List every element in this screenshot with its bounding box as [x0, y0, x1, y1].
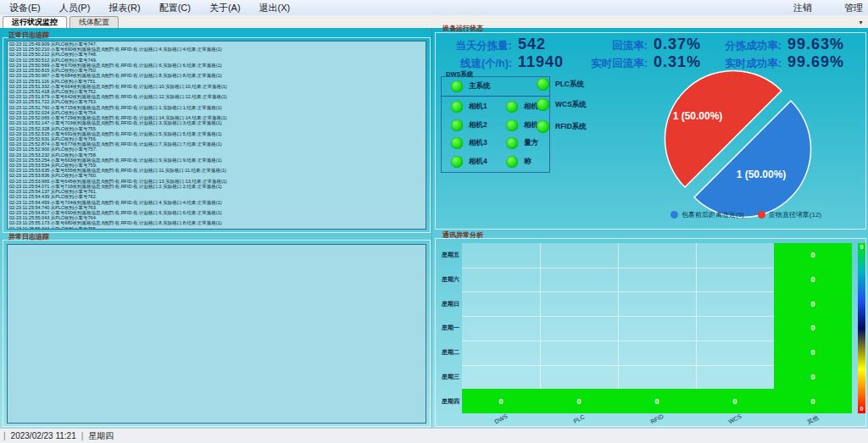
comm-analysis-title: 通讯异常分析	[442, 230, 483, 240]
dws-item-row: 相机3	[451, 137, 487, 149]
status-led	[537, 98, 549, 111]
dws-item-label: 相机3	[469, 138, 487, 148]
pie-legend-item: 货物直径堵塞(12)	[758, 210, 821, 219]
status-bar: | 2023/02/23 11:21 | 星期四	[0, 428, 868, 443]
device-status-title: 设备运行状态	[442, 24, 483, 33]
stat-col-reflow: 回流率:0.37%实时回流率:0.31%	[566, 36, 701, 71]
status-weekday: 星期四	[88, 430, 114, 442]
menu-bar: 设备(E)人员(P)报表(R)配置(C)关于(A)退出(X) 注销管理	[0, 0, 868, 16]
heatmap-cell: 0	[774, 243, 852, 268]
pie-legend-item: 包裹前后距离临近(5)	[670, 210, 744, 219]
heatmap-colorbar	[858, 243, 865, 413]
status-led	[506, 101, 518, 113]
heatmap-cell: 0	[774, 365, 852, 390]
heatmap-row-label: 星期六	[431, 268, 459, 292]
legend-dot-icon	[670, 211, 678, 219]
normal-log-list[interactable]: 02-23 11:25:49.909 从PLC收到小车号747.02-23 11…	[7, 41, 426, 230]
heatmap-col-label: RFID	[649, 413, 665, 425]
stat-value: 11940	[518, 53, 564, 71]
abnormal-log-list[interactable]	[7, 244, 426, 424]
menu-item[interactable]: 配置(C)	[150, 0, 200, 15]
tab-inactive[interactable]: 线体配置	[70, 16, 119, 28]
heatmap-cell: 0	[774, 389, 852, 413]
stat-label: 分拣成功率:	[693, 39, 782, 53]
heatmap-cell: 0	[540, 389, 618, 413]
stat-col-volume: 当天分拣量:542线速(个/h):11940	[439, 36, 564, 71]
tabs: 运行状况监控线体配置	[0, 16, 119, 28]
status-led	[506, 119, 518, 131]
stat-row: 分拣成功率:99.63%	[693, 36, 844, 53]
pie-label-red: 1 (50.00%)	[673, 110, 723, 122]
stat-row: 线速(个/h):11940	[439, 53, 564, 71]
comm-heatmap: 00000000000 0 0 星期五星期六星期日星期一星期二星期三星期四DWS…	[431, 243, 868, 426]
stat-label: 当天分拣量:	[439, 39, 512, 53]
heatmap-cell: 0	[774, 316, 852, 341]
heatmap-row-label: 星期三	[431, 365, 459, 390]
chevron-down-icon[interactable]: ▼	[858, 19, 868, 28]
dws-item-label: 称	[524, 157, 531, 167]
dws-item-row: 相机1	[451, 101, 487, 113]
stat-row: 实时成功率:99.69%	[693, 53, 844, 71]
heatmap-col-label: DWS	[493, 413, 509, 425]
system-row: PLC系统	[537, 78, 584, 91]
dws-item-row: 相机4	[451, 156, 487, 168]
stat-value: 99.63%	[787, 36, 844, 53]
stat-row: 回流率:0.37%	[566, 36, 701, 53]
heatmap-row-label: 星期五	[431, 243, 459, 268]
dws-item-label: 量方	[524, 138, 538, 148]
system-row: RFID系统	[537, 120, 587, 133]
heatmap-gridline	[618, 243, 619, 413]
dws-item-label: 相机2	[469, 120, 487, 130]
heatmap-cell: 0	[462, 389, 540, 413]
heatmap-row-label: 星期一	[431, 316, 459, 341]
status-led	[451, 119, 463, 131]
system-row: WCS系统	[537, 98, 587, 111]
menu-item[interactable]: 设备(E)	[0, 0, 50, 15]
pie-legend: 包裹前后距离临近(5)货物直径堵塞(12)	[644, 210, 848, 219]
heatmap-col-label: 其他	[805, 413, 820, 426]
heatmap-plot: 00000000000	[462, 243, 852, 413]
heatmap-col-label: PLC	[572, 413, 585, 424]
dws-main-label: 主系统	[469, 81, 491, 91]
stat-label: 回流率:	[566, 39, 648, 53]
pie-svg	[627, 69, 856, 218]
status-led	[537, 120, 549, 133]
pie-label-blue: 1 (50.00%)	[737, 169, 787, 180]
heatmap-row-label: 星期四	[431, 389, 459, 413]
menu-item[interactable]: 报表(R)	[99, 0, 149, 15]
abnormal-log-title: 异常日志追踪	[8, 232, 49, 241]
heatmap-cell: 0	[774, 291, 852, 316]
stat-value: 99.69%	[787, 53, 844, 71]
status-led	[451, 156, 463, 168]
heatmap-cell: 0	[696, 389, 774, 413]
heatmap-cell: 0	[774, 268, 852, 292]
menu-right: 注销管理	[790, 0, 868, 15]
status-led	[451, 137, 463, 149]
status-separator: |	[3, 431, 6, 440]
menu-item[interactable]: 关于(A)	[200, 0, 250, 15]
dws-item-row: 相机2	[451, 119, 487, 131]
menu-items: 设备(E)人员(P)报表(R)配置(C)关于(A)退出(X)	[0, 0, 299, 15]
heatmap-cell: 0	[774, 341, 852, 365]
heatmap-gridline	[540, 243, 541, 413]
dws-item-row: 称	[506, 156, 531, 168]
status-led	[506, 156, 518, 168]
tab-active[interactable]: 运行状况监控	[3, 16, 67, 28]
status-led	[451, 101, 463, 113]
pie-chart	[627, 69, 856, 218]
status-led-main	[451, 80, 463, 92]
system-label: WCS系统	[555, 100, 587, 110]
menu-right-item[interactable]: 管理	[841, 0, 866, 15]
heatmap-gridline	[696, 243, 697, 413]
stat-row: 当天分拣量:542	[439, 36, 564, 53]
normal-log-title: 正常日志追踪	[8, 30, 49, 40]
menu-right-item[interactable]: 注销	[790, 0, 815, 15]
stat-row: 实时回流率:0.31%	[566, 53, 701, 71]
stat-col-success: 分拣成功率:99.63%实时成功率:99.69%	[693, 36, 844, 71]
heatmap-row-label: 星期二	[431, 341, 459, 365]
system-label: PLC系统	[555, 80, 584, 90]
menu-item[interactable]: 退出(X)	[250, 0, 300, 15]
menu-item[interactable]: 人员(P)	[50, 0, 100, 15]
status-datetime: 2023/02/23 11:21	[11, 431, 76, 440]
status-separator: |	[81, 431, 84, 440]
